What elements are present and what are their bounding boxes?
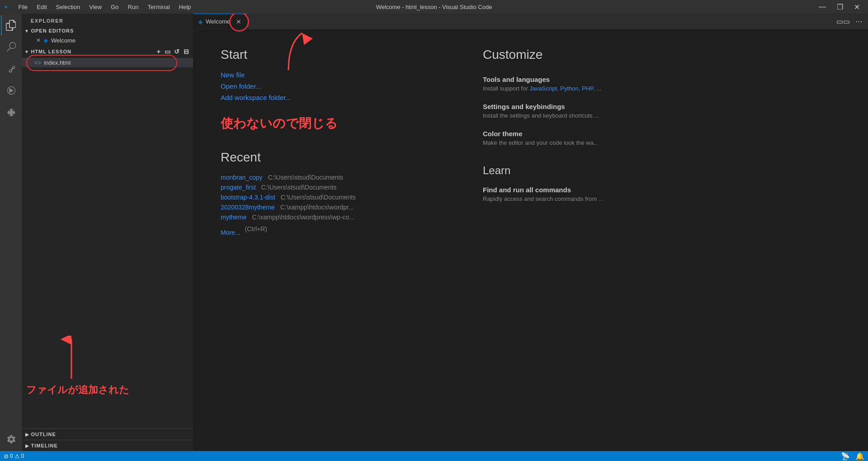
customize-desc-2: Make the editor and your code look the w… [483, 139, 841, 146]
recent-section: Recent monbran_copy C:\Users\stsud\Docum… [221, 150, 447, 236]
new-folder-icon[interactable]: ▭ [163, 47, 172, 56]
menu-selection[interactable]: Selection [52, 3, 84, 11]
file-index-html[interactable]: <> index.html [22, 58, 193, 67]
timeline-chevron: ▶ [25, 443, 29, 448]
status-errors[interactable]: ⊘ 0 ⚠ 0 [4, 453, 24, 460]
outline-header[interactable]: ▶ Outline [22, 428, 193, 440]
warning-count: 0 [21, 453, 24, 459]
tab-vscode-icon: ◈ [198, 18, 203, 25]
activity-settings[interactable] [1, 429, 21, 449]
menu-file[interactable]: File [14, 3, 31, 11]
welcome-right: Customize Tools and languages Install su… [483, 48, 841, 433]
outline-label: Outline [31, 432, 56, 437]
timeline-label: Timeline [31, 443, 58, 448]
recent-path-0: C:\Users\stsud\Documents [268, 174, 344, 181]
start-title: Start [221, 48, 447, 62]
add-workspace-link[interactable]: Add workspace folder... [221, 94, 447, 101]
close-button[interactable]: ✕ [850, 3, 863, 11]
recent-item-0[interactable]: monbran_copy C:\Users\stsud\Documents [221, 174, 447, 181]
new-file-icon[interactable]: + [156, 47, 162, 56]
activity-search[interactable] [1, 37, 21, 57]
learn-title: Learn [483, 164, 841, 177]
learn-item-desc-0: Rapidly access and search commands from … [483, 195, 841, 202]
customize-title: Customize [483, 48, 841, 62]
window-title: Welcome - html_lesson - Visual Studio Co… [376, 4, 492, 10]
recent-name-2: bootstrap-4.3.1-dist [221, 194, 275, 201]
new-file-link[interactable]: New file [221, 71, 447, 79]
recent-name-1: progate_first [221, 184, 256, 191]
customize-desc-1: Install the settings and keyboard shortc… [483, 112, 841, 119]
more-actions-button[interactable]: ⋯ [854, 16, 864, 27]
timeline-header[interactable]: ▶ Timeline [22, 440, 193, 451]
recent-item-4[interactable]: mytheme C:\xampp\htdocs\wordpress\wp-co.… [221, 214, 447, 221]
welcome-content: Start New file Open folder... Add worksp… [193, 29, 868, 451]
customize-item-0: Tools and languages Install support for … [483, 76, 841, 92]
menu-go[interactable]: Go [107, 3, 122, 11]
customize-item-1: Settings and keybindings Install the set… [483, 103, 841, 119]
sidebar: Explorer ▼ Open Editors ✕ ◈ Welcome ▼ HT… [22, 14, 193, 451]
more-link[interactable]: More... [221, 229, 241, 236]
recent-name-3: 20200328mytheme [221, 204, 275, 211]
error-icon: ⊘ [4, 453, 9, 460]
recent-item-1[interactable]: progate_first C:\Users\stsud\Documents [221, 184, 447, 191]
recent-name-4: mytheme [221, 214, 247, 221]
main-container: Explorer ▼ Open Editors ✕ ◈ Welcome ▼ HT… [0, 14, 868, 451]
learn-item-title-0[interactable]: Find and run all commands [483, 186, 841, 194]
split-editor-button[interactable]: ▭▭ [835, 16, 852, 27]
tab-bar: ◈ Welcome ✕ ▭▭ ⋯ [193, 14, 868, 29]
vscode-logo: ▪ [5, 2, 7, 12]
status-broadcast[interactable]: 📡 [841, 452, 850, 461]
editor-area: ◈ Welcome ✕ ▭▭ ⋯ Start New file Open fol… [193, 14, 868, 451]
activity-source-control[interactable] [1, 59, 21, 79]
status-right: 📡 🔔 [841, 452, 864, 461]
maximize-button[interactable]: ❐ [833, 3, 847, 11]
refresh-icon[interactable]: ↺ [173, 47, 181, 56]
file-name: index.html [44, 59, 71, 66]
minimize-button[interactable]: — [815, 3, 830, 11]
menu-view[interactable]: View [85, 3, 105, 11]
customize-title-1[interactable]: Settings and keybindings [483, 103, 841, 110]
sidebar-title: Explorer [22, 14, 193, 26]
highlight-php[interactable]: PHP [582, 85, 593, 92]
customize-desc-0: Install support for JavaScript, Python, … [483, 85, 841, 92]
tab-close-button[interactable]: ✕ [235, 18, 243, 26]
menu-help[interactable]: Help [175, 3, 195, 11]
html-lesson-header[interactable]: ▼ HTML Lesson + ▭ ↺ ⊟ [22, 45, 193, 58]
close-editor-icon[interactable]: ✕ [36, 37, 41, 43]
recent-path-2: C:\Users\stsud\Documents [281, 194, 356, 201]
open-folder-link[interactable]: Open folder... [221, 82, 447, 90]
window-controls: — ❐ ✕ [815, 3, 863, 11]
customize-item-2: Color theme Make the editor and your cod… [483, 130, 841, 146]
welcome-left: Start New file Open folder... Add worksp… [221, 48, 447, 433]
open-editors-header[interactable]: ▼ Open Editors [22, 26, 193, 35]
status-bar: ⊘ 0 ⚠ 0 📡 🔔 [0, 451, 868, 461]
recent-path-1: C:\Users\stsud\Documents [261, 184, 337, 191]
highlight-js[interactable]: JavaScript [529, 85, 557, 92]
recent-item-3[interactable]: 20200328mytheme C:\xampp\htdocs\wordpr..… [221, 204, 447, 211]
activity-bar-bottom [1, 429, 21, 449]
open-editor-welcome[interactable]: ✕ ◈ Welcome [22, 35, 193, 45]
activity-extensions[interactable] [1, 102, 21, 122]
status-bell[interactable]: 🔔 [855, 452, 864, 461]
recent-path-3: C:\xampp\htdocs\wordpr... [280, 204, 354, 211]
customize-title-0[interactable]: Tools and languages [483, 76, 841, 83]
highlight-py[interactable]: Python [560, 85, 578, 92]
menu-edit[interactable]: Edit [33, 3, 50, 11]
menu-run[interactable]: Run [124, 3, 142, 11]
menu-bar: File Edit Selection View Go Run Terminal… [14, 3, 194, 11]
recent-title: Recent [221, 150, 447, 165]
customize-title-2[interactable]: Color theme [483, 130, 841, 138]
learn-item-0: Find and run all commands Rapidly access… [483, 186, 841, 202]
html-lesson-label: HTML Lesson [31, 49, 71, 54]
error-count: 0 [10, 453, 13, 459]
activity-explorer[interactable] [1, 15, 21, 35]
more-section: More... (Ctrl+R) [221, 225, 447, 236]
menu-terminal[interactable]: Terminal [144, 3, 173, 11]
collapse-icon[interactable]: ⊟ [182, 47, 191, 56]
recent-path-4: C:\xampp\htdocs\wordpress\wp-co... [252, 214, 354, 221]
recent-item-2[interactable]: bootstrap-4.3.1-dist C:\Users\stsud\Docu… [221, 194, 447, 201]
html-lesson-chevron: ▼ [24, 49, 29, 54]
outline-chevron: ▶ [25, 432, 29, 437]
tab-welcome[interactable]: ◈ Welcome ✕ [193, 14, 248, 29]
activity-run[interactable] [1, 81, 21, 100]
